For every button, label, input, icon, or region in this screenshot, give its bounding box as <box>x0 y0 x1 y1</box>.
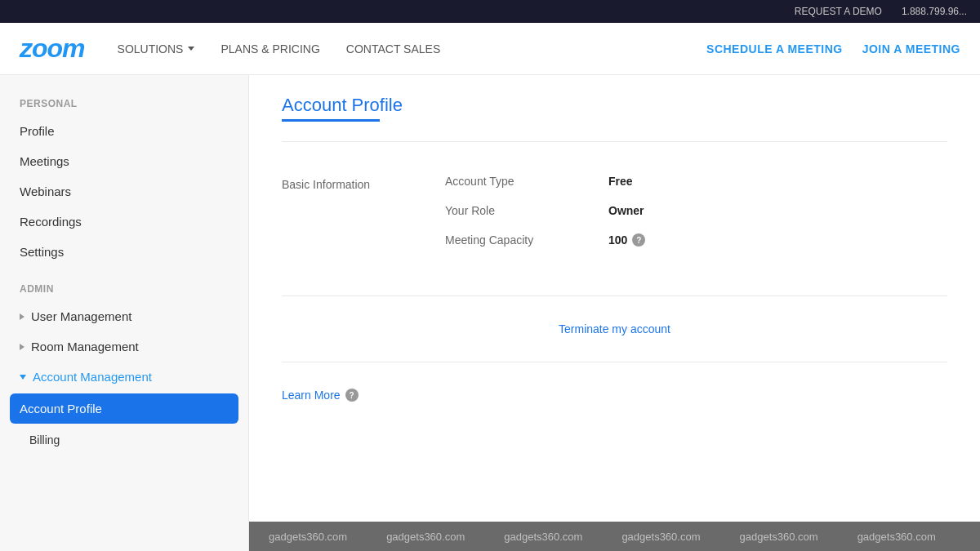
nav-solutions[interactable]: SOLUTIONS <box>118 42 195 56</box>
chevron-right-icon <box>20 313 24 320</box>
sidebar-item-billing[interactable]: Billing <box>0 425 248 455</box>
meeting-capacity-row: Meeting Capacity 100 ? <box>445 233 947 247</box>
schedule-meeting-button[interactable]: SCHEDULE A MEETING <box>706 42 843 56</box>
account-type-row: Account Type Free <box>445 175 947 188</box>
watermark-3: gadgets360.com <box>484 531 602 543</box>
chevron-right-icon <box>20 344 24 350</box>
join-meeting-button[interactable]: JOIN A MEETING <box>862 42 960 56</box>
help-icon[interactable]: ? <box>632 233 645 247</box>
learn-more-help-icon[interactable]: ? <box>345 389 359 402</box>
chevron-down-icon <box>188 47 194 51</box>
sidebar-item-account-management[interactable]: Account Management <box>0 362 248 392</box>
main-nav: SOLUTIONS PLANS & PRICING CONTACT SALES <box>118 42 675 56</box>
page-title: Account Profile <box>282 95 947 116</box>
divider-top <box>282 141 947 142</box>
sidebar: PERSONAL Profile Meetings Webinars Recor… <box>0 75 249 551</box>
sidebar-item-room-management[interactable]: Room Management <box>0 331 248 362</box>
page-layout: PERSONAL Profile Meetings Webinars Recor… <box>0 75 980 551</box>
info-fields: Account Type Free Your Role Owner Meetin… <box>445 175 947 263</box>
learn-more-link[interactable]: Learn More ? <box>282 389 947 402</box>
basic-info-section: Basic Information Account Type Free Your… <box>282 155 947 282</box>
title-underline <box>282 119 380 122</box>
request-demo-link[interactable]: REQUEST A DEMO <box>795 6 882 17</box>
main-content: Account Profile Basic Information Accoun… <box>249 75 980 551</box>
your-role-row: Your Role Owner <box>445 204 947 217</box>
phone-number: 1.888.799.96... <box>902 6 967 17</box>
watermark-2: gadgets360.com <box>367 531 484 543</box>
meeting-capacity-label: Meeting Capacity <box>445 233 608 247</box>
watermark-4: gadgets360.com <box>602 531 719 543</box>
sidebar-item-webinars[interactable]: Webinars <box>0 176 248 207</box>
your-role-value: Owner <box>608 204 644 217</box>
meeting-capacity-value: 100 ? <box>608 233 645 247</box>
top-bar: REQUEST A DEMO 1.888.799.96... <box>0 0 980 23</box>
terminate-account-link[interactable]: Terminate my account <box>282 309 947 349</box>
sidebar-item-user-management[interactable]: User Management <box>0 301 248 331</box>
divider-bottom <box>282 362 947 362</box>
nav-plans-pricing[interactable]: PLANS & PRICING <box>220 42 319 56</box>
sidebar-item-settings[interactable]: Settings <box>0 237 248 267</box>
sidebar-item-recordings[interactable]: Recordings <box>0 207 248 237</box>
personal-section-label: PERSONAL <box>0 91 248 116</box>
sidebar-item-profile[interactable]: Profile <box>0 116 248 146</box>
header: zoom SOLUTIONS PLANS & PRICING CONTACT S… <box>0 23 980 75</box>
chevron-down-icon <box>20 375 26 380</box>
upgrade-section: Learn More ? <box>282 375 947 408</box>
sidebar-item-meetings[interactable]: Meetings <box>0 146 248 176</box>
watermark-1: gadgets360.com <box>249 531 367 543</box>
account-type-value: Free <box>608 175 633 188</box>
watermark-6: gadgets360.com <box>838 531 956 543</box>
sidebar-item-account-profile[interactable]: Account Profile <box>10 393 238 424</box>
main-inner: Account Profile Basic Information Accoun… <box>249 75 980 428</box>
divider-mid <box>282 295 947 296</box>
your-role-label: Your Role <box>445 204 608 217</box>
nav-contact-sales[interactable]: CONTACT SALES <box>346 42 440 56</box>
basic-info-label: Basic Information <box>282 175 445 263</box>
admin-section-label: ADMIN <box>0 277 248 301</box>
watermark-bar: gadgets360.com gadgets360.com gadgets360… <box>249 522 980 551</box>
logo[interactable]: zoom <box>20 33 85 64</box>
header-actions: SCHEDULE A MEETING JOIN A MEETING <box>706 42 960 56</box>
watermark-5: gadgets360.com <box>720 531 838 543</box>
account-type-label: Account Type <box>445 175 608 188</box>
